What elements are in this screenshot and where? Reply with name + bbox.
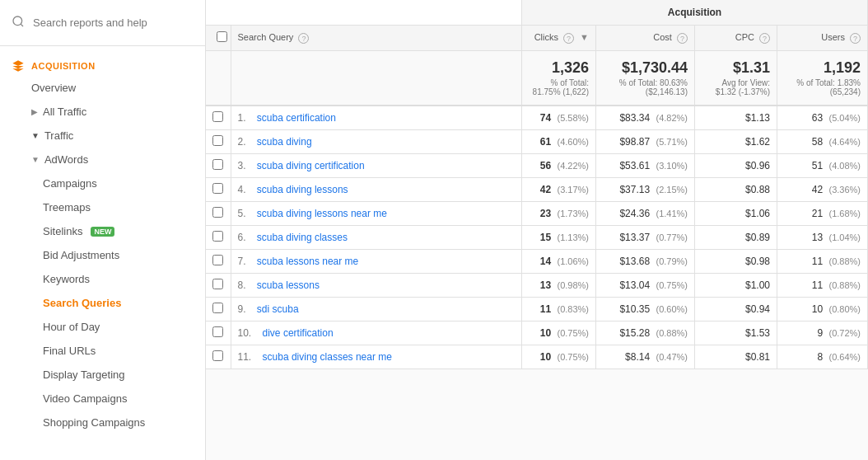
query-link[interactable]: scuba diving classes near me [263,351,392,363]
row-cpc-cell: $1.13 [695,106,777,130]
sidebar-item-adwords[interactable]: ▼ AdWords [12,148,194,171]
sq-help-icon[interactable]: ? [298,33,309,44]
row-users-pct: (4.64%) [828,137,861,147]
row-checkbox-cell[interactable] [206,321,231,345]
query-link[interactable]: scuba diving [257,136,312,148]
sidebar-item-final-urls[interactable]: Final URLs [12,339,194,363]
row-clicks-pct: (5.58%) [557,113,589,123]
row-cost-value: $83.34 [619,112,650,124]
row-checkbox-cell[interactable] [206,345,231,368]
totals-clicks-cell: 1,326 % of Total: 81.75% (1,622) [522,50,596,106]
row-clicks-value: 11 [540,303,551,315]
row-checkbox-cell[interactable] [206,249,231,273]
row-checkbox-cell[interactable] [206,201,231,225]
row-users-pct: (4.08%) [828,161,861,171]
row-checkbox[interactable] [212,279,223,289]
row-clicks-value: 74 [540,112,551,124]
row-checkbox[interactable] [212,326,223,337]
svg-point-0 [13,16,22,26]
sort-down-icon[interactable]: ▼ [580,32,589,42]
row-cost-value: $13.68 [619,256,650,267]
sidebar-item-hour-of-day[interactable]: Hour of Day [12,315,194,339]
clicks-col-header[interactable]: Clicks ? ▼ [522,26,596,51]
row-checkbox-cell[interactable] [206,177,231,201]
query-link[interactable]: scuba diving lessons near me [257,208,387,219]
row-checkbox-cell[interactable] [206,225,231,249]
sidebar-item-traffic[interactable]: ▼ Traffic [12,124,194,148]
sidebar-item-shopping-campaigns[interactable]: Shopping Campaigns [12,411,194,434]
row-users-value: 21 [812,208,823,219]
row-cost-cell: $98.87 (5.71%) [596,129,695,153]
row-checkbox-cell[interactable] [206,129,231,153]
query-link[interactable]: sdi scuba [257,303,299,315]
users-col-header[interactable]: Users ? [777,26,868,51]
select-all-checkbox[interactable] [217,31,227,42]
row-checkbox[interactable] [212,231,223,242]
totals-cb-cell [206,50,231,106]
sidebar-item-search-queries[interactable]: Search Queries [12,291,194,315]
row-clicks-value: 13 [540,279,551,291]
row-cpc-value: $1.13 [745,112,770,124]
main-content: Acquisition Search Query ? Clicks ? ▼ Co… [206,0,868,460]
row-clicks-value: 15 [540,232,551,243]
users-help-icon[interactable]: ? [850,33,861,44]
sidebar-item-keywords[interactable]: Keywords [12,267,194,291]
row-checkbox[interactable] [212,135,223,146]
row-clicks-value: 42 [540,184,551,195]
query-link[interactable]: scuba diving certification [257,160,365,171]
query-link[interactable]: scuba lessons near me [257,256,358,267]
row-number: 2. [238,136,251,148]
row-checkbox-cell[interactable] [206,297,231,321]
row-clicks-pct: (0.83%) [557,304,589,314]
sidebar-item-all-traffic[interactable]: ▶ All Traffic [12,100,194,124]
search-bar[interactable] [0,0,205,46]
row-cost-value: $8.14 [625,351,650,363]
clicks-help-icon[interactable]: ? [563,33,574,44]
query-link[interactable]: scuba diving lessons [257,184,348,195]
row-checkbox[interactable] [212,207,223,218]
row-checkbox[interactable] [212,111,223,122]
sidebar-item-sitelinks[interactable]: Sitelinks NEW [12,219,194,243]
row-clicks-value: 56 [540,160,551,171]
totals-row: 1,326 % of Total: 81.75% (1,622) $1,730.… [206,50,868,106]
cpc-col-header[interactable]: CPC ? [695,26,777,51]
row-checkbox-cell[interactable] [206,153,231,177]
row-checkbox[interactable] [212,255,223,265]
cost-help-icon[interactable]: ? [677,33,688,44]
sub-header-row: Search Query ? Clicks ? ▼ Cost ? CPC ? [206,26,868,51]
row-users-cell: 11 (0.88%) [777,273,868,297]
row-clicks-value: 10 [540,327,551,339]
row-checkbox[interactable] [212,350,223,361]
row-cost-cell: $10.35 (0.60%) [596,297,695,321]
row-cpc-cell: $0.96 [695,153,777,177]
row-users-value: 63 [812,112,823,124]
row-cost-value: $13.04 [619,279,650,291]
row-users-value: 8 [817,351,823,363]
query-link[interactable]: dive certification [263,327,334,339]
row-users-cell: 51 (4.08%) [777,153,868,177]
query-link[interactable]: scuba diving classes [257,232,348,243]
row-number: 10. [238,327,257,339]
sidebar-item-bid-adjustments[interactable]: Bid Adjustments [12,243,194,267]
search-input[interactable] [33,16,194,29]
table-row: 8. scuba lessons 13 (0.98%) $13.04 (0.75… [206,273,868,297]
cost-col-header[interactable]: Cost ? [596,26,695,51]
adwords-label: AdWords [44,153,88,166]
row-users-value: 13 [812,232,823,243]
sidebar-item-video-campaigns[interactable]: Video Campaigns [12,387,194,411]
sidebar-item-overview[interactable]: Overview [12,76,194,100]
query-link[interactable]: scuba lessons [257,279,320,291]
row-users-pct: (5.04%) [828,113,861,123]
query-link[interactable]: scuba certification [257,112,336,124]
sidebar-item-campaigns[interactable]: Campaigns [12,171,194,195]
cpc-help-icon[interactable]: ? [759,33,770,44]
row-checkbox[interactable] [212,159,223,170]
row-clicks-cell: 13 (0.98%) [522,273,596,297]
row-checkbox-cell[interactable] [206,106,231,130]
sidebar-item-treemaps[interactable]: Treemaps [12,195,194,219]
row-checkbox-cell[interactable] [206,273,231,297]
row-checkbox[interactable] [212,183,223,194]
table-row: 3. scuba diving certification 56 (4.22%)… [206,153,868,177]
sidebar-item-display-targeting[interactable]: Display Targeting [12,363,194,387]
row-checkbox[interactable] [212,303,223,313]
